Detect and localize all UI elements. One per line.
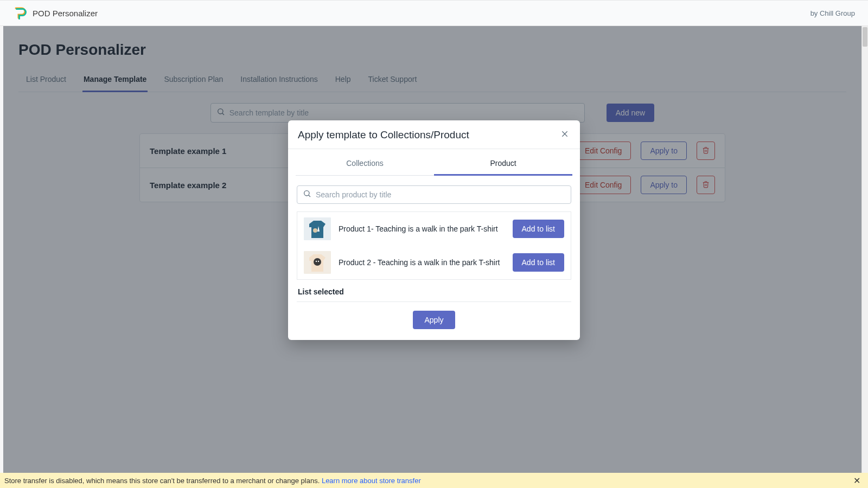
- banner-link[interactable]: Learn more about store transfer: [322, 477, 421, 485]
- product-row: Product 1- Teaching is a walk in the par…: [297, 212, 571, 246]
- modal-tabs: Collections Product: [296, 152, 572, 176]
- page-scrollbar[interactable]: [861, 26, 868, 473]
- banner-close-button[interactable]: ✕: [850, 476, 864, 486]
- product-list[interactable]: Product 1- Teaching is a walk in the par…: [297, 211, 571, 280]
- close-icon: ✕: [853, 476, 860, 485]
- banner-text-wrap: Store transfer is disabled, which means …: [4, 477, 421, 485]
- app-name: POD Personalizer: [33, 9, 98, 18]
- byline: by Chill Group: [810, 9, 855, 17]
- modal-search-input[interactable]: [316, 190, 565, 199]
- app-logo-icon: [13, 6, 27, 20]
- svg-point-9: [314, 258, 321, 266]
- scrollbar-thumb[interactable]: [863, 27, 867, 47]
- search-icon: [303, 189, 316, 200]
- svg-line-5: [309, 195, 310, 197]
- apply-template-modal: Apply template to Collections/Product Co…: [288, 120, 580, 340]
- svg-point-10: [316, 261, 317, 262]
- svg-point-7: [313, 228, 317, 233]
- modal-footer: Apply: [288, 302, 580, 340]
- svg-point-11: [318, 261, 319, 262]
- modal-tab-product[interactable]: Product: [434, 152, 572, 176]
- product-row: Product 2 - Teaching is a walk in the pa…: [297, 246, 571, 279]
- list-selected-heading: List selected: [288, 280, 580, 296]
- modal-tab-collections[interactable]: Collections: [296, 152, 434, 175]
- svg-point-4: [304, 191, 309, 196]
- banner-text: Store transfer is disabled, which means …: [4, 477, 322, 485]
- topbar-left: POD Personalizer: [13, 6, 98, 20]
- add-to-list-button[interactable]: Add to list: [513, 253, 564, 272]
- close-icon: [560, 130, 569, 140]
- app-topbar: POD Personalizer by Chill Group: [0, 0, 868, 26]
- product-title: Product 1- Teaching is a walk in the par…: [339, 224, 505, 234]
- modal-search[interactable]: [297, 185, 571, 204]
- product-thumbnail: [304, 251, 331, 274]
- product-thumbnail: [304, 217, 331, 240]
- add-to-list-button[interactable]: Add to list: [513, 220, 564, 238]
- product-title: Product 2 - Teaching is a walk in the pa…: [339, 258, 505, 268]
- apply-button[interactable]: Apply: [413, 311, 455, 329]
- modal-header: Apply template to Collections/Product: [288, 120, 580, 149]
- modal-title: Apply template to Collections/Product: [298, 129, 469, 141]
- close-button[interactable]: [559, 130, 570, 141]
- store-transfer-banner: Store transfer is disabled, which means …: [0, 473, 868, 488]
